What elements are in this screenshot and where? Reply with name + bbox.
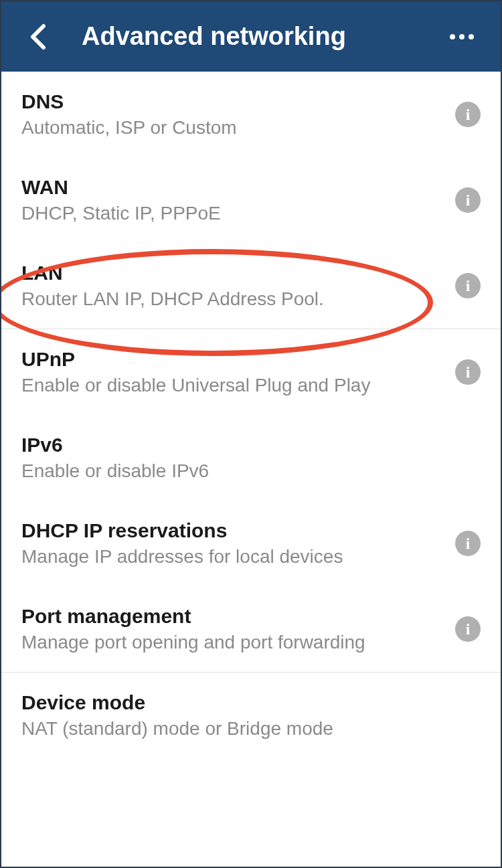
- chevron-left-icon: [30, 23, 46, 50]
- info-icon[interactable]: i: [455, 273, 481, 298]
- list-item-port-management[interactable]: Port management Manage port opening and …: [1, 586, 501, 672]
- item-title: DNS: [21, 90, 442, 113]
- item-subtitle: Manage IP addresses for local devices: [21, 546, 442, 568]
- list-item-dns[interactable]: DNS Automatic, ISP or Custom i: [1, 72, 501, 157]
- more-options-button[interactable]: [443, 27, 481, 46]
- back-button[interactable]: [21, 20, 55, 54]
- info-icon[interactable]: i: [455, 531, 481, 556]
- settings-list: DNS Automatic, ISP or Custom i WAN DHCP,…: [1, 72, 501, 758]
- item-subtitle: Enable or disable Universal Plug and Pla…: [21, 375, 442, 396]
- item-subtitle: NAT (standard) mode or Bridge mode: [21, 718, 481, 740]
- list-item-ipv6[interactable]: IPv6 Enable or disable IPv6: [1, 415, 501, 501]
- item-title: Port management: [21, 605, 442, 628]
- page-title: Advanced networking: [82, 22, 346, 51]
- info-icon[interactable]: i: [455, 359, 481, 385]
- item-title: DHCP IP reservations: [21, 519, 442, 542]
- list-item-lan[interactable]: LAN Router LAN IP, DHCP Address Pool. i: [1, 243, 501, 329]
- item-title: LAN: [21, 262, 442, 284]
- item-subtitle: Router LAN IP, DHCP Address Pool.: [21, 288, 442, 310]
- list-item-upnp[interactable]: UPnP Enable or disable Universal Plug an…: [1, 329, 501, 415]
- item-subtitle: DHCP, Static IP, PPPoE: [21, 203, 442, 224]
- item-subtitle: Automatic, ISP or Custom: [21, 117, 442, 139]
- item-title: UPnP: [21, 348, 442, 371]
- item-title: Device mode: [21, 691, 481, 714]
- header: Advanced networking: [1, 1, 501, 72]
- item-title: WAN: [21, 176, 442, 199]
- item-subtitle: Enable or disable IPv6: [21, 460, 481, 482]
- info-icon[interactable]: i: [455, 102, 481, 127]
- list-item-dhcp-reservations[interactable]: DHCP IP reservations Manage IP addresses…: [1, 501, 501, 586]
- info-icon[interactable]: i: [455, 187, 481, 213]
- item-subtitle: Manage port opening and port forwarding: [21, 632, 442, 653]
- more-options-icon: [450, 34, 455, 39]
- list-item-wan[interactable]: WAN DHCP, Static IP, PPPoE i: [1, 157, 501, 243]
- info-icon[interactable]: i: [455, 616, 481, 642]
- item-title: IPv6: [21, 434, 481, 456]
- list-item-device-mode[interactable]: Device mode NAT (standard) mode or Bridg…: [1, 673, 501, 758]
